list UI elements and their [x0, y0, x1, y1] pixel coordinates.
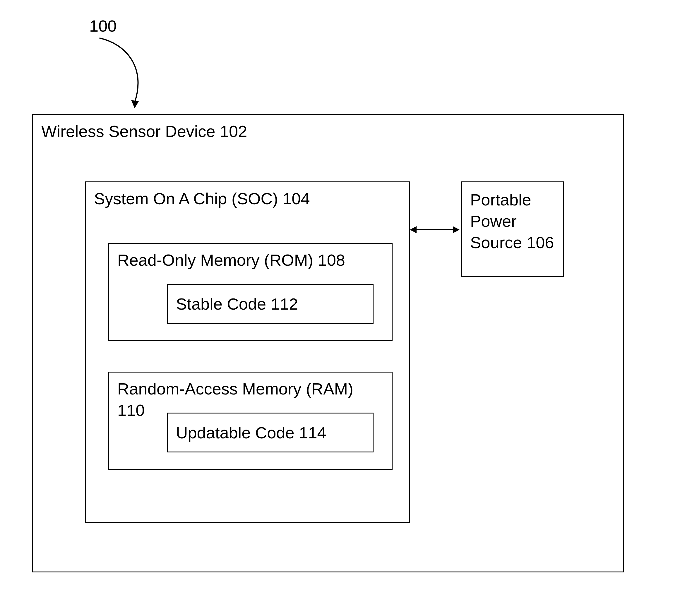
power-source-line2: Power: [470, 211, 555, 232]
soc-label: System On A Chip (SOC) 104: [86, 182, 409, 215]
updatable-code-label: Updatable Code 114: [168, 414, 373, 453]
wireless-sensor-device-label: Wireless Sensor Device 102: [33, 115, 623, 148]
power-source-line3: Source 106: [470, 232, 555, 254]
svg-marker-3: [453, 226, 459, 233]
power-source-box: Portable Power Source 106: [461, 181, 564, 277]
stable-code-box: Stable Code 112: [167, 284, 373, 324]
power-source-line1: Portable: [470, 189, 555, 211]
svg-marker-2: [410, 226, 416, 233]
stable-code-label: Stable Code 112: [168, 285, 373, 324]
soc-box: System On A Chip (SOC) 104: [85, 181, 410, 523]
rom-label: Read-Only Memory (ROM) 108: [109, 244, 392, 277]
svg-marker-0: [131, 100, 139, 108]
soc-power-double-arrow: [408, 221, 461, 239]
updatable-code-box: Updatable Code 114: [167, 413, 373, 453]
figure-pointer-arrow: [88, 32, 176, 114]
